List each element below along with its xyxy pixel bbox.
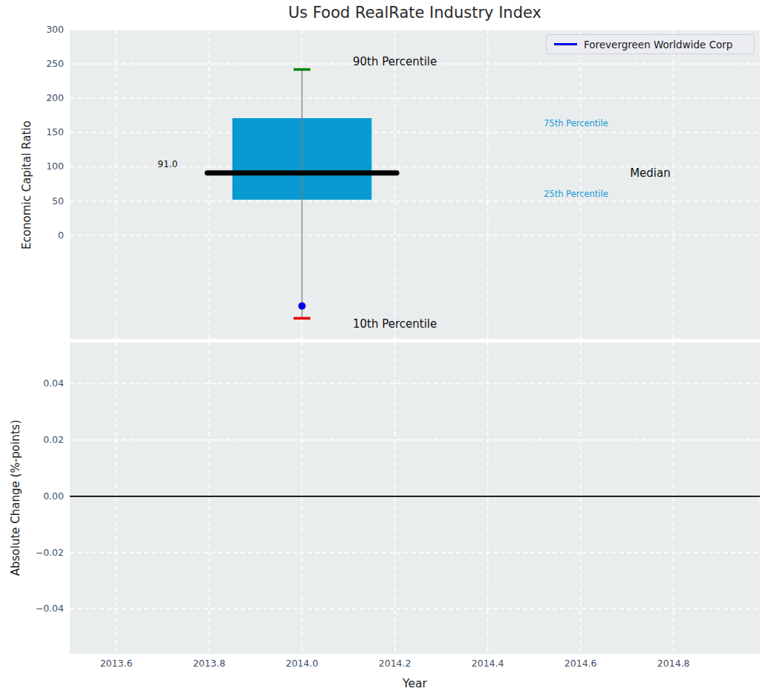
legend-line-sample bbox=[554, 43, 577, 45]
y-tick-labels-bottom: 0.040.020.00−0.02−0.04 bbox=[0, 343, 64, 654]
x-axis-label: Year bbox=[70, 677, 760, 690]
legend-label: Forevergreen Worldwide Corp bbox=[584, 39, 732, 51]
legend: Forevergreen Worldwide Corp bbox=[546, 34, 755, 54]
y-tick-label: 0.00 bbox=[0, 490, 64, 502]
top-plot: 90th Percentile75th PercentileMedian25th… bbox=[70, 30, 760, 339]
y-tick-label: 50 bbox=[0, 195, 64, 207]
y-tick-label: 0.02 bbox=[0, 434, 64, 446]
company-point bbox=[299, 302, 306, 310]
annotation: 91.0 bbox=[157, 159, 178, 169]
y-tick-label: −0.02 bbox=[0, 547, 64, 559]
x-tick-label: 2014.0 bbox=[286, 658, 319, 670]
x-tick-label: 2014.2 bbox=[379, 658, 411, 670]
bottom-plot-canvas bbox=[70, 343, 760, 654]
x-tick-label: 2014.4 bbox=[472, 658, 504, 670]
top-plot-canvas: 90th Percentile75th PercentileMedian25th… bbox=[70, 30, 760, 339]
annotation: 90th Percentile bbox=[353, 55, 437, 68]
x-tick-label: 2014.8 bbox=[657, 658, 690, 670]
annotation: Median bbox=[630, 166, 671, 180]
annotation: 25th Percentile bbox=[544, 189, 608, 199]
x-tick-label: 2013.6 bbox=[100, 658, 133, 670]
y-tick-label: 150 bbox=[0, 126, 64, 138]
x-tick-label: 2014.6 bbox=[564, 658, 597, 670]
chart-title: Us Food RealRate Industry Index bbox=[70, 4, 760, 22]
bottom-plot bbox=[70, 343, 760, 654]
y-tick-label: 0 bbox=[0, 230, 64, 242]
annotation: 75th Percentile bbox=[544, 118, 608, 129]
y-tick-label: −0.04 bbox=[0, 603, 64, 615]
y-tick-label: 300 bbox=[0, 24, 64, 36]
annotation: 10th Percentile bbox=[353, 317, 437, 331]
figure: Us Food RealRate Industry Index Economic… bbox=[0, 0, 768, 700]
y-tick-labels-top: 050100150200250300 bbox=[0, 30, 64, 339]
x-tick-label: 2013.8 bbox=[193, 658, 226, 670]
y-tick-label: 250 bbox=[0, 58, 64, 70]
y-tick-label: 200 bbox=[0, 92, 64, 104]
y-tick-label: 100 bbox=[0, 161, 64, 172]
y-tick-label: 0.04 bbox=[0, 377, 64, 389]
x-tick-labels: 2013.62013.82014.02014.22014.42014.62014… bbox=[70, 658, 760, 673]
